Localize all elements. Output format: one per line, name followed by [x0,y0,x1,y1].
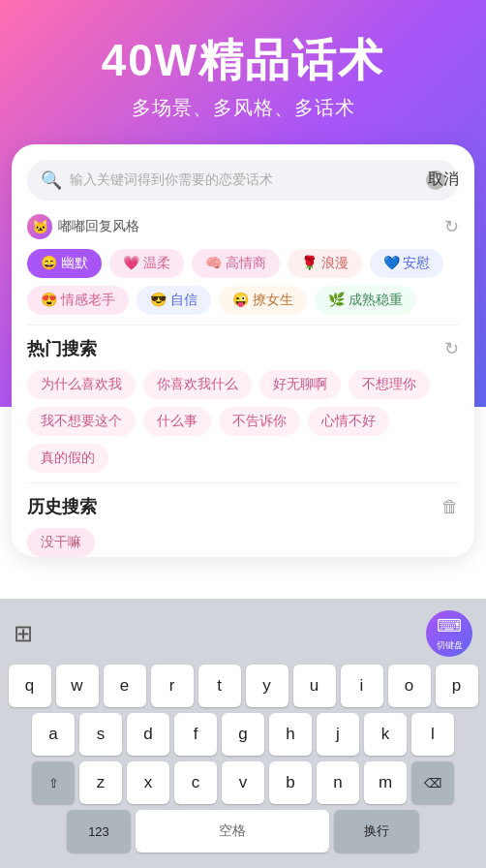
keyboard-switch-icon: ⌨ [437,615,462,636]
history-section: 历史搜索 🗑 没干嘛 [27,495,459,557]
hero-section: 40W精品话术 多场景、多风格、多话术 [0,0,486,129]
keyboard-key-w[interactable]: w [56,665,99,707]
style-tag[interactable]: 😍 情感老手 [27,286,129,315]
keyboard-grid-icon[interactable]: ⊞ [14,620,33,647]
keyboard-key-y[interactable]: y [246,665,289,707]
search-icon: 🔍 [41,170,62,191]
keyboard-key-o[interactable]: o [388,665,431,707]
keyboard-key-a[interactable]: a [32,713,75,756]
keyboard-key-h[interactable]: h [269,713,312,756]
hot-tags-row: 为什么喜欢我你喜欢我什么好无聊啊不想理你我不想要这个什么事不告诉你心情不好真的假… [27,370,459,473]
key-return[interactable]: 换行 [334,810,419,852]
keyboard-key-p[interactable]: p [436,665,478,707]
keyboard-key-n[interactable]: n [317,761,359,804]
keyboard-key-c[interactable]: c [174,761,217,804]
keyboard-key-q[interactable]: q [9,665,51,707]
divider1 [27,325,459,326]
hot-section: 热门搜索 ↻ 为什么喜欢我你喜欢我什么好无聊啊不想理你我不想要这个什么事不告诉你… [27,337,459,473]
style-label: 嘟嘟回复风格 [58,218,139,235]
hot-tag[interactable]: 真的假的 [27,444,108,473]
hero-subtitle: 多场景、多风格、多话术 [0,95,486,121]
style-tag[interactable]: 🌿 成熟稳重 [315,286,416,315]
history-section-header: 历史搜索 🗑 [27,495,459,518]
keyboard-key-k[interactable]: k [364,713,407,756]
keyboard-key-j[interactable]: j [317,713,359,756]
keyboard-row: ⇧zxcvbnm⌫ [4,761,482,804]
search-placeholder: 输入关键词得到你需要的恋爱话术 [70,171,418,189]
style-tag[interactable]: 😎 自信 [137,286,211,315]
keyboard-key-s[interactable]: s [79,713,122,756]
style-tag[interactable]: 😜 撩女生 [219,286,307,315]
keyboard-key-z[interactable]: z [79,761,122,804]
hot-tag[interactable]: 不想理你 [349,370,430,399]
style-section-header: 🐱 嘟嘟回复风格 ↻ [27,214,459,239]
keyboard-toolbar: ⊞ ⌨ 切键盘 [4,606,482,665]
history-tags-row: 没干嘛 [27,528,459,557]
keyboard-key-special[interactable]: ⌫ [411,761,454,804]
style-tag[interactable]: 💙 安慰 [370,249,444,278]
style-title-row: 🐱 嘟嘟回复风格 [27,214,139,239]
hot-section-title: 热门搜索 [27,337,97,360]
style-refresh-button[interactable]: ↻ [444,216,459,237]
hero-title: 40W精品话术 [0,31,486,91]
keyboard-switch-label: 切键盘 [437,639,463,652]
style-avatar: 🐱 [27,214,52,239]
style-tag[interactable]: 😄 幽默 [27,249,102,278]
hot-tag[interactable]: 为什么喜欢我 [27,370,136,399]
style-tag[interactable]: 🌹 浪漫 [288,249,362,278]
keyboard-row: qwertyuiop [4,665,482,707]
keyboard-key-u[interactable]: u [293,665,336,707]
keyboard-switch-button[interactable]: ⌨ 切键盘 [426,610,472,657]
keyboard-key-t[interactable]: t [198,665,241,707]
search-bar[interactable]: 🔍 输入关键词得到你需要的恋爱话术 ✕ [27,160,459,201]
keyboard-key-g[interactable]: g [222,713,264,756]
history-section-title: 历史搜索 [27,495,97,518]
keyboard-area: ⊞ ⌨ 切键盘 qwertyuiopasdfghjkl⇧zxcvbnm⌫ 123… [0,599,486,868]
hot-refresh-button[interactable]: ↻ [444,338,459,359]
style-tag[interactable]: 💗 温柔 [109,249,184,278]
hot-tag[interactable]: 好无聊啊 [259,370,341,399]
hot-tag[interactable]: 我不想要这个 [27,407,136,436]
divider2 [27,482,459,483]
style-tags-row: 😄 幽默💗 温柔🧠 高情商🌹 浪漫💙 安慰😍 情感老手😎 自信😜 撩女生🌿 成熟… [27,249,459,315]
keyboard-key-l[interactable]: l [411,713,454,756]
key-123[interactable]: 123 [67,810,131,852]
keyboard-key-special[interactable]: ⇧ [32,761,75,804]
keyboard-rows: qwertyuiopasdfghjkl⇧zxcvbnm⌫ [4,665,482,804]
search-cancel-button[interactable]: 取消 [428,170,459,190]
hot-tag[interactable]: 什么事 [143,407,211,436]
keyboard-key-e[interactable]: e [104,665,146,707]
keyboard-key-d[interactable]: d [127,713,169,756]
key-space[interactable]: 空格 [136,810,329,852]
hot-tag[interactable]: 不告诉你 [219,407,300,436]
hot-tag[interactable]: 心情不好 [308,407,389,436]
hot-tag[interactable]: 你喜欢我什么 [143,370,252,399]
history-delete-button[interactable]: 🗑 [441,497,459,517]
keyboard-key-x[interactable]: x [127,761,169,804]
keyboard-key-m[interactable]: m [364,761,407,804]
keyboard-key-r[interactable]: r [151,665,194,707]
keyboard-key-i[interactable]: i [341,665,383,707]
history-tag[interactable]: 没干嘛 [27,528,95,557]
hot-section-header: 热门搜索 ↻ [27,337,459,360]
style-tag[interactable]: 🧠 高情商 [192,249,280,278]
keyboard-row: asdfghjkl [4,713,482,756]
main-card: 🔍 输入关键词得到你需要的恋爱话术 ✕ 取消 🐱 嘟嘟回复风格 ↻ 😄 幽默💗 … [12,144,474,557]
keyboard-key-v[interactable]: v [222,761,264,804]
keyboard-bottom-row: 123 空格 换行 [4,810,482,852]
keyboard-key-f[interactable]: f [174,713,217,756]
keyboard-key-b[interactable]: b [269,761,312,804]
